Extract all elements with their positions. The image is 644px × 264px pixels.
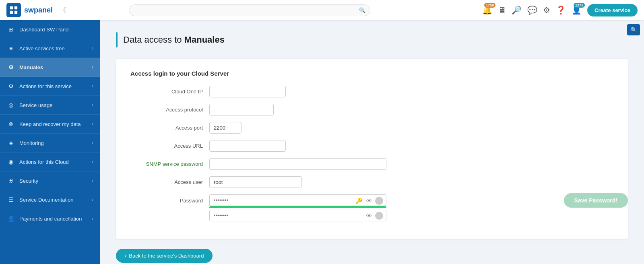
access-card: Access login to your Cloud Server Cloud … bbox=[116, 59, 628, 239]
access-port-label: Access port bbox=[130, 125, 203, 131]
back-arrow-icon: ‹ bbox=[125, 253, 126, 259]
access-url-label: Access URL bbox=[130, 143, 203, 149]
snmp-password-input[interactable] bbox=[209, 158, 386, 170]
access-protocol-input[interactable] bbox=[209, 104, 274, 116]
password-wrap: 🔑 👁 👁 bbox=[209, 194, 386, 221]
svg-rect-3 bbox=[14, 11, 17, 14]
navbar: swpanel 《 🔍 🔔 1758 🖥 🔎 💬 ⚙ ❓ 👤 1271 Crea… bbox=[0, 0, 644, 20]
snmp-row: SNMP service password bbox=[130, 158, 613, 170]
svg-rect-1 bbox=[14, 6, 17, 9]
sidebar-item-keep-recover[interactable]: ⊗ Keep and recover my data › bbox=[0, 115, 100, 134]
account-badge: 1271 bbox=[574, 3, 585, 8]
search-input[interactable] bbox=[129, 4, 370, 16]
password-row: Password 🔑 👁 👁 bbox=[130, 194, 613, 221]
password-label: Password bbox=[130, 198, 203, 204]
sidebar-icon-service-doc: ☰ bbox=[6, 195, 15, 204]
settings-icon-btn[interactable]: ⚙ bbox=[543, 5, 550, 15]
password-icons: 🔑 👁 bbox=[355, 197, 383, 205]
sidebar-chevron-monitoring: › bbox=[92, 140, 93, 146]
search2-icon-btn[interactable]: 🔎 bbox=[512, 5, 522, 15]
sidebar-label-dashboard: Dashboard SW Panel bbox=[19, 27, 93, 33]
brand-logo bbox=[6, 3, 21, 17]
sidebar-chevron-payments: › bbox=[92, 216, 93, 221]
account-icon-btn[interactable]: 👤 1271 bbox=[572, 5, 582, 15]
access-url-row: Access URL bbox=[130, 140, 613, 152]
svg-rect-2 bbox=[10, 11, 13, 14]
page-title-bold: Manuales bbox=[184, 35, 225, 45]
sidebar-icon-security: ⛨ bbox=[6, 176, 15, 185]
app-body: ⊞ Dashboard SW Panel ≡ Active services t… bbox=[0, 20, 644, 264]
search-icon: 🔍 bbox=[359, 7, 365, 13]
card-title: Access login to your Cloud Server bbox=[130, 70, 613, 77]
cloud-ip-input[interactable] bbox=[209, 86, 286, 97]
sidebar-chevron-security: › bbox=[92, 178, 93, 184]
sidebar-label-security: Security bbox=[19, 178, 92, 184]
password-confirm-toggle-icon[interactable]: 👁 bbox=[365, 212, 373, 220]
password-strength-indicator bbox=[375, 197, 383, 205]
sidebar-chevron-keep-recover: › bbox=[92, 121, 93, 127]
corner-search-icon[interactable]: 🔍 bbox=[627, 24, 640, 35]
access-url-input[interactable] bbox=[209, 140, 286, 152]
cloud-ip-label: Cloud One IP bbox=[130, 89, 203, 95]
sidebar-item-actions-service[interactable]: ⚙ Actions for this service › bbox=[0, 77, 100, 96]
sidebar-item-security[interactable]: ⛨ Security › bbox=[0, 171, 100, 190]
password-confirm-icons: 👁 bbox=[365, 212, 383, 220]
create-service-button[interactable]: Create service bbox=[587, 4, 638, 16]
access-user-input[interactable] bbox=[209, 176, 302, 188]
sidebar-icon-actions-cloud: ◉ bbox=[6, 157, 15, 166]
access-protocol-label: Access protocol bbox=[130, 107, 203, 113]
cloud-ip-row: Cloud One IP bbox=[130, 86, 613, 97]
page-header: Data access to Manuales bbox=[116, 32, 628, 47]
navbar-actions: 🔔 1758 🖥 🔎 💬 ⚙ ❓ 👤 1271 Create service bbox=[482, 4, 638, 16]
sidebar-item-monitoring[interactable]: ◈ Monitoring › bbox=[0, 134, 100, 153]
access-port-input[interactable] bbox=[209, 122, 242, 134]
help-icon-btn[interactable]: ❓ bbox=[556, 5, 566, 15]
password-confirm-strength-indicator bbox=[375, 212, 383, 220]
sidebar: ⊞ Dashboard SW Panel ≡ Active services t… bbox=[0, 20, 100, 264]
password-confirm-input[interactable] bbox=[209, 210, 386, 221]
sidebar-icon-active-services: ≡ bbox=[6, 44, 15, 53]
sidebar-label-keep-recover: Keep and recover my data bbox=[19, 121, 92, 127]
sidebar-chevron-service-usage: › bbox=[92, 102, 93, 108]
sidebar-icon-dashboard: ⊞ bbox=[6, 25, 15, 34]
sidebar-chevron-actions-service: › bbox=[92, 83, 93, 89]
password-toggle-icon[interactable]: 👁 bbox=[365, 197, 373, 205]
sidebar-icon-payments: 👤 bbox=[6, 214, 15, 223]
sidebar-item-actions-cloud[interactable]: ◉ Actions for this Cloud › bbox=[0, 153, 100, 171]
password-generate-icon[interactable]: 🔑 bbox=[355, 197, 363, 205]
sidebar-icon-manuales: ⚙ bbox=[6, 63, 15, 72]
brand-logo-icon bbox=[9, 6, 18, 14]
sidebar-item-service-doc[interactable]: ☰ Service Documentation › bbox=[0, 190, 100, 209]
page-title: Data access to Manuales bbox=[123, 35, 225, 45]
save-password-button[interactable]: Save Password! bbox=[564, 193, 628, 208]
sidebar-icon-service-usage: ◎ bbox=[6, 101, 15, 109]
sidebar-chevron-service-doc: › bbox=[92, 197, 93, 202]
messages-icon-btn[interactable]: 💬 bbox=[527, 5, 537, 15]
sidebar-item-active-services[interactable]: ≡ Active services tree › bbox=[0, 39, 100, 58]
access-protocol-row: Access protocol bbox=[130, 104, 613, 116]
sidebar-chevron-manuales: › bbox=[92, 64, 93, 70]
sidebar-label-service-usage: Service usage bbox=[19, 102, 92, 108]
services-icon-btn[interactable]: 🖥 bbox=[498, 6, 506, 15]
access-user-row: Access user bbox=[130, 176, 613, 188]
back-button[interactable]: ‹ Back to the service's Dashboard bbox=[116, 249, 213, 263]
sidebar-chevron-actions-cloud: › bbox=[92, 159, 93, 165]
password-field-wrap: 🔑 👁 bbox=[209, 194, 386, 208]
sidebar-collapse-button[interactable]: 《 bbox=[59, 5, 66, 15]
sidebar-label-monitoring: Monitoring bbox=[19, 140, 92, 146]
sidebar-label-service-doc: Service Documentation bbox=[19, 197, 92, 203]
snmp-label: SNMP service password bbox=[130, 161, 203, 167]
page-header-accent bbox=[116, 32, 118, 47]
back-button-wrap: ‹ Back to the service's Dashboard bbox=[116, 249, 628, 263]
notifications-badge: 1758 bbox=[484, 3, 495, 8]
sidebar-item-service-usage[interactable]: ◎ Service usage › bbox=[0, 96, 100, 115]
back-label: Back to the service's Dashboard bbox=[129, 253, 204, 259]
sidebar-icon-monitoring: ◈ bbox=[6, 138, 15, 147]
notifications-icon-btn[interactable]: 🔔 1758 bbox=[482, 5, 492, 15]
save-password-wrap: Save Password! bbox=[564, 193, 628, 208]
brand-name: swpanel bbox=[24, 6, 53, 14]
sidebar-label-payments: Payments and cancellation bbox=[19, 216, 92, 222]
sidebar-item-payments[interactable]: 👤 Payments and cancellation › bbox=[0, 209, 100, 228]
sidebar-item-manuales[interactable]: ⚙ Manuales › bbox=[0, 58, 100, 77]
sidebar-item-dashboard[interactable]: ⊞ Dashboard SW Panel bbox=[0, 20, 100, 39]
